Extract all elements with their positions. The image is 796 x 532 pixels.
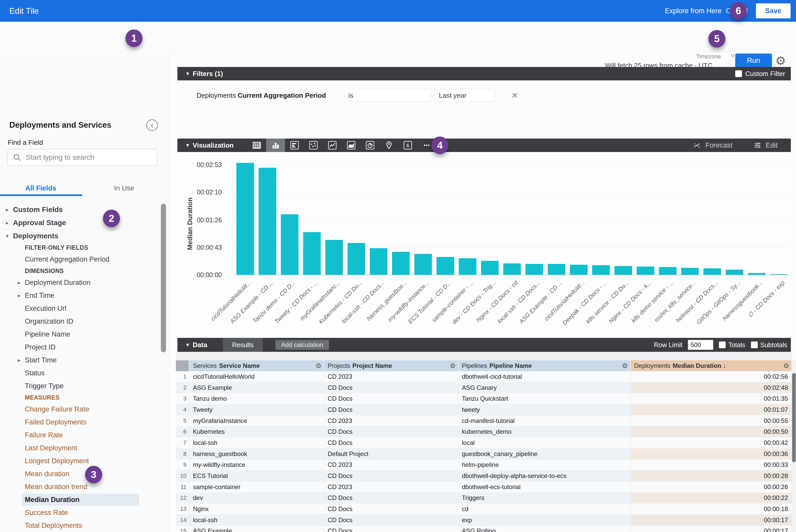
subtotals-checkbox[interactable]	[751, 341, 758, 348]
add-calculation-button[interactable]: Add calculation	[275, 340, 329, 350]
cell-project-name[interactable]: CD Docs	[324, 493, 458, 504]
cell-service-name[interactable]: Tweety	[189, 404, 324, 415]
data-section-bar[interactable]: ▾ Data Results Add calculation Row Limit…	[178, 338, 791, 352]
cell-pipeline-name[interactable]: dbothwell-ecs-tutorial	[458, 481, 630, 493]
cell-pipeline-name[interactable]: cd-manifest-tutorial	[458, 415, 630, 426]
sidebar-item-pipeline-name[interactable]: Pipeline Name	[0, 328, 168, 341]
cell-pipeline-name[interactable]: cd	[458, 504, 630, 515]
sidebar-item-change-failure-rate[interactable]: Change Failure Rate	[0, 403, 168, 416]
viz-type-row-icon[interactable]	[285, 138, 304, 152]
chevron-down-icon[interactable]: ˅	[731, 52, 735, 59]
sidebar-item-project-id[interactable]: Project ID	[0, 341, 168, 354]
cell-service-name[interactable]: Tanzu demo	[189, 393, 324, 404]
bar[interactable]	[503, 263, 521, 275]
caret-down-icon[interactable]: ▾	[186, 142, 189, 149]
cell-project-name[interactable]: CD Docs	[324, 504, 458, 515]
cell-project-name[interactable]: CD Docs	[324, 404, 458, 415]
cell-pipeline-name[interactable]: guestbook_canary_pipeline	[458, 449, 630, 460]
bar[interactable]	[548, 264, 565, 275]
gear-icon[interactable]: ⚙	[783, 362, 789, 370]
explore-from-here-link[interactable]: Explore from Here	[665, 0, 722, 22]
sidebar-item-deployment-duration[interactable]: ▸Deployment Duration	[0, 276, 168, 289]
timezone-label[interactable]: Timezone	[696, 53, 721, 60]
cell-service-name[interactable]: ECS Tutorial	[189, 471, 324, 481]
cell-median-duration[interactable]: 00:01:35	[630, 393, 792, 404]
cell-service-name[interactable]: Nginx	[189, 504, 324, 515]
tab-all-fields[interactable]: All Fields	[0, 182, 81, 194]
cell-project-name[interactable]: CD Docs	[324, 471, 458, 481]
viz-edit-button[interactable]: Edit	[753, 141, 778, 150]
cell-median-duration[interactable]: 00:00:28	[630, 471, 792, 481]
cell-pipeline-name[interactable]: tweety	[458, 404, 630, 415]
gear-icon[interactable]: ⚙	[315, 362, 321, 370]
field-search-box[interactable]	[7, 149, 157, 166]
cell-pipeline-name[interactable]: exp	[458, 515, 630, 526]
cell-median-duration[interactable]: 00:00:33	[630, 460, 792, 471]
column-header-service-name[interactable]: ServicesService Name⚙	[189, 360, 324, 371]
sidebar-item-mean-duration-trend[interactable]: Mean duration trend	[0, 480, 168, 493]
bar[interactable]	[525, 264, 543, 275]
caret-right-icon[interactable]: ▸	[14, 357, 25, 363]
bar[interactable]	[459, 258, 476, 275]
viz-type-table-icon[interactable]	[247, 138, 266, 152]
cell-pipeline-name[interactable]: ASG Rolling	[458, 526, 630, 532]
cell-median-duration[interactable]: 00:01:07	[630, 404, 792, 415]
column-header-project-name[interactable]: ProjectsProject Name⚙	[324, 360, 458, 371]
cell-service-name[interactable]: ASG Example	[189, 526, 324, 532]
caret-right-icon[interactable]: ▸	[14, 292, 25, 299]
sidebar-item-end-time[interactable]: ▸End Time	[0, 289, 168, 302]
bar[interactable]	[726, 270, 743, 275]
cell-project-name[interactable]: CD Docs	[324, 382, 458, 394]
bar[interactable]	[681, 268, 699, 275]
gear-icon[interactable]: ⚙	[450, 362, 456, 370]
bar[interactable]	[392, 252, 410, 275]
cell-service-name[interactable]: ASG Example	[189, 382, 324, 394]
cell-project-name[interactable]: CD Docs	[324, 437, 458, 449]
filters-section-bar[interactable]: ▾ Filters (1) Custom Filter	[178, 67, 791, 80]
search-input[interactable]	[25, 153, 157, 162]
cell-project-name[interactable]: CD 2023	[324, 460, 458, 471]
table-scrollbar-thumb[interactable]	[792, 373, 796, 462]
bar[interactable]	[570, 265, 588, 275]
caret-right-icon[interactable]: ▸	[2, 207, 13, 213]
bar[interactable]	[437, 257, 454, 275]
bar[interactable]	[348, 243, 365, 275]
sidebar-item-total-deployments[interactable]: Total Deployments	[0, 519, 168, 532]
sidebar-item-execution-url[interactable]: Execution Url	[0, 302, 168, 315]
sidebar-item-approval-stage[interactable]: ▸Approval Stage	[0, 216, 168, 230]
cell-service-name[interactable]: cicdTutorialHelloWorld	[189, 371, 324, 382]
sidebar-scrollbar[interactable]	[161, 204, 166, 352]
bar[interactable]	[703, 268, 721, 275]
cell-project-name[interactable]: CD Docs	[324, 515, 458, 526]
cell-project-name[interactable]: Default Project	[324, 449, 458, 460]
bar[interactable]	[481, 261, 499, 275]
collapse-panel-icon[interactable]: ‹	[146, 119, 158, 131]
tab-results[interactable]: Results	[223, 338, 263, 352]
cell-project-name[interactable]: CD 2023	[324, 481, 458, 493]
cell-pipeline-name[interactable]: dbothwell-cicd-tutorial	[458, 371, 630, 382]
caret-down-icon[interactable]: ▾	[2, 233, 13, 239]
viz-type-bar-icon[interactable]	[266, 138, 285, 152]
cell-median-duration[interactable]: 00:02:56	[630, 371, 792, 382]
bar[interactable]	[236, 163, 254, 275]
cell-pipeline-name[interactable]: helm-pipeline	[458, 460, 630, 471]
sidebar-item-organization-id[interactable]: Organization ID	[0, 315, 168, 328]
viz-type-line-icon[interactable]	[323, 138, 341, 152]
cell-service-name[interactable]: local-ssh	[189, 515, 324, 526]
cell-service-name[interactable]: my-wildfly-instance	[189, 460, 324, 471]
cell-median-duration[interactable]: 00:00:50	[630, 426, 792, 437]
sidebar-item-trigger-type[interactable]: Trigger Type	[0, 379, 168, 393]
caret-down-icon[interactable]: ▾	[186, 70, 189, 77]
close-icon[interactable]: ×	[512, 89, 518, 102]
bar[interactable]	[770, 274, 788, 275]
save-button[interactable]: Save	[756, 3, 791, 18]
bar[interactable]	[659, 267, 677, 275]
gear-icon[interactable]: ⚙	[622, 362, 628, 370]
bar[interactable]	[637, 267, 654, 275]
cell-project-name[interactable]: CD Docs	[324, 526, 458, 532]
cell-median-duration[interactable]: 00:02:48	[630, 382, 792, 394]
cell-service-name[interactable]: harness_guestbook	[189, 449, 324, 460]
viz-type-scatter-icon[interactable]	[304, 138, 323, 152]
cell-median-duration[interactable]: 00:00:17	[630, 526, 792, 532]
viz-type-map-icon[interactable]	[380, 138, 398, 152]
